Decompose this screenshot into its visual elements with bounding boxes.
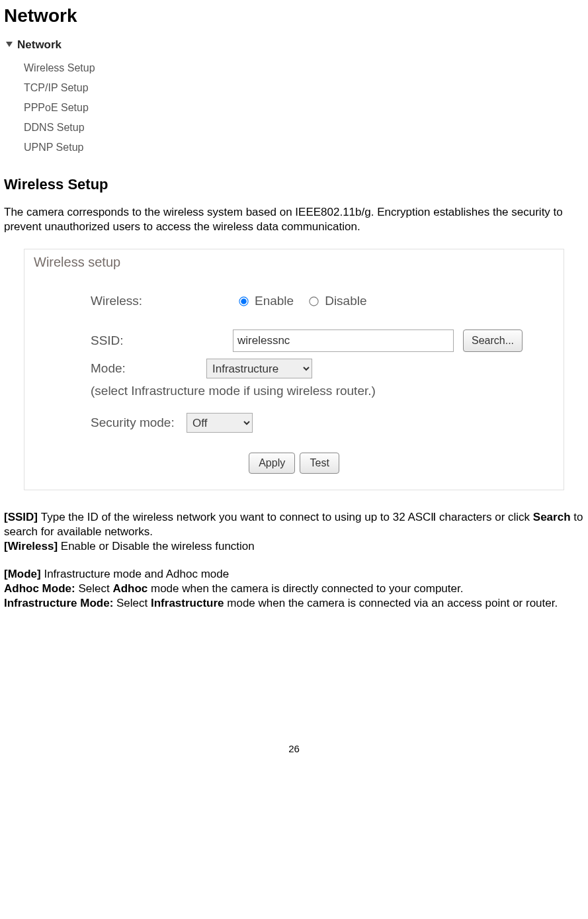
wireless-label: Wireless: bbox=[91, 294, 233, 308]
ssid-row: SSID: Search... bbox=[24, 327, 564, 355]
search-button[interactable]: Search... bbox=[463, 329, 523, 352]
wireless-row: Wireless: Enable Disable bbox=[24, 287, 564, 315]
wireless-setup-form: Wireless setup Wireless: Enable Disable … bbox=[24, 249, 564, 490]
mode-hint: (select Infrastructure mode if using wir… bbox=[24, 384, 564, 398]
adhoc-b: mode when the camera is directly connect… bbox=[147, 582, 463, 595]
ssid-tag: [SSID] bbox=[4, 511, 41, 523]
form-title: Wireless setup bbox=[34, 255, 564, 270]
security-row: Security mode: Off bbox=[24, 409, 564, 437]
nav-header[interactable]: Network bbox=[5, 38, 584, 52]
enable-label: Enable bbox=[255, 294, 294, 308]
page-title: Network bbox=[4, 5, 584, 26]
nav-item-wireless-setup[interactable]: Wireless Setup bbox=[24, 58, 584, 78]
mode-label: Mode: bbox=[91, 361, 206, 376]
network-nav: Network Wireless Setup TCP/IP Setup PPPo… bbox=[5, 38, 584, 157]
ssid-label: SSID: bbox=[91, 333, 233, 348]
infra-a: Select bbox=[116, 597, 151, 609]
nav-item-upnp-setup[interactable]: UPNP Setup bbox=[24, 138, 584, 157]
page-number: 26 bbox=[4, 743, 584, 767]
mode-desc: Infrastructure mode and Adhoc mode bbox=[44, 568, 229, 580]
security-select[interactable]: Off bbox=[187, 413, 253, 433]
wireless-tag: [Wireless] bbox=[4, 540, 61, 552]
svg-marker-0 bbox=[6, 42, 13, 47]
ssid-input[interactable] bbox=[233, 329, 454, 352]
mode-row: Mode: Infrastructure bbox=[24, 355, 564, 382]
nav-item-tcpip-setup[interactable]: TCP/IP Setup bbox=[24, 78, 584, 98]
apply-button[interactable]: Apply bbox=[249, 453, 295, 474]
test-button[interactable]: Test bbox=[300, 453, 339, 474]
mode-tag: [Mode] bbox=[4, 568, 44, 580]
wireless-disable-radio[interactable] bbox=[310, 296, 319, 306]
adhoc-tag: Adhoc Mode: bbox=[4, 582, 78, 595]
infra-tag: Infrastructure Mode: bbox=[4, 597, 116, 609]
adhoc-a: Select bbox=[78, 582, 112, 595]
security-label: Security mode: bbox=[91, 416, 187, 430]
ssid-desc-a: Type the ID of the wireless network you … bbox=[41, 511, 533, 523]
triangle-down-icon bbox=[5, 38, 17, 52]
wireless-enable-radio[interactable] bbox=[239, 296, 248, 306]
nav-item-ddns-setup[interactable]: DDNS Setup bbox=[24, 118, 584, 138]
infra-b: mode when the camera is connected via an… bbox=[224, 597, 558, 609]
nav-item-pppoe-setup[interactable]: PPPoE Setup bbox=[24, 98, 584, 118]
adhoc-bold: Adhoc bbox=[112, 582, 147, 595]
mode-select[interactable]: Infrastructure bbox=[206, 359, 312, 378]
section-heading: Wireless Setup bbox=[4, 176, 584, 193]
wireless-desc: Enable or Disable the wireless function bbox=[61, 540, 255, 552]
intro-text: The camera corresponds to the wireless s… bbox=[4, 205, 584, 234]
disable-label: Disable bbox=[325, 294, 366, 308]
ssid-bold: Search bbox=[533, 511, 571, 523]
nav-header-label: Network bbox=[17, 38, 62, 52]
infra-bold: Infrastructure bbox=[151, 597, 224, 609]
description-block: [SSID] Type the ID of the wireless netwo… bbox=[4, 510, 584, 611]
